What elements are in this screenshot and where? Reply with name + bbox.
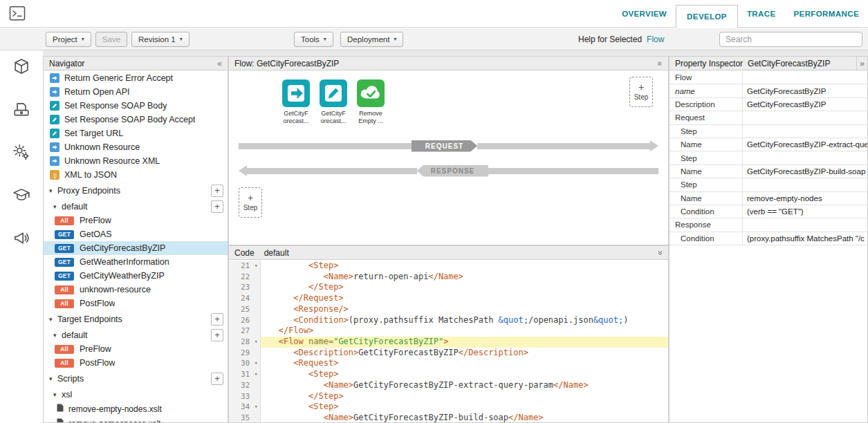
inspector-property-value[interactable]: [743, 111, 867, 124]
triangle-down-icon[interactable]: ▾: [53, 391, 62, 398]
navigator-file-remove-empty-nodes-xslt[interactable]: remove-empty-nodes.xslt: [44, 402, 228, 416]
tab-overview[interactable]: OVERVIEW: [613, 10, 676, 18]
navigator-section-target-endpoints[interactable]: ▾Target Endpoints+: [44, 310, 228, 328]
inspector-property-value[interactable]: GetCityForecastByZIP: [743, 84, 867, 97]
code-text[interactable]: <Request>: [261, 358, 668, 369]
add-button[interactable]: +: [211, 313, 223, 326]
navigator-flow-getcityforecastbyzip[interactable]: GETGetCityForecastByZIP: [44, 241, 228, 255]
add-step-button[interactable]: + Step: [629, 77, 653, 107]
deployment-menu-button[interactable]: Deployment▾: [340, 32, 403, 47]
inspector-property-value[interactable]: (proxy.pathsuffix MatchesPath "/c: [743, 232, 867, 245]
code-text[interactable]: <Flow name="GetCityForecastByZIP">: [261, 337, 668, 348]
code-line-34[interactable]: 34▾ <Step>: [229, 402, 668, 413]
fold-toggle-icon[interactable]: ▾: [255, 261, 258, 272]
tab-performance[interactable]: PERFORMANCE: [785, 10, 868, 18]
triangle-down-icon[interactable]: ▾: [53, 332, 62, 339]
code-line-29[interactable]: 29 <Description>GetCityForecastByZIP</De…: [229, 348, 668, 359]
navigator-policy-xml-to-json[interactable]: {}XML to JSON: [44, 168, 228, 182]
inspector-row-name[interactable]: Nameremove-empty-nodes: [670, 192, 867, 205]
gears-icon[interactable]: [12, 143, 30, 164]
code-line-30[interactable]: 30▾ <Request>: [229, 358, 668, 369]
add-button[interactable]: +: [211, 185, 223, 197]
code-text[interactable]: <Response/>: [261, 304, 668, 315]
code-line-31[interactable]: 31▾ <Step>: [229, 369, 668, 380]
search-input[interactable]: [719, 32, 862, 47]
inspector-row-step[interactable]: Step: [670, 178, 867, 191]
inspector-property-value[interactable]: GetCityForecastByZIP-build-soap: [743, 165, 867, 178]
tools-menu-button[interactable]: Tools▾: [294, 32, 333, 47]
inspector-row-description[interactable]: DescriptionGetCityForecastByZIP: [670, 98, 867, 111]
navigator-group-xsl[interactable]: ▾xsl: [44, 388, 228, 402]
navigator-group-default[interactable]: ▾default+: [44, 200, 228, 214]
navigator-policy-unknown-resource[interactable]: Unknown Resource: [44, 140, 228, 154]
code-text[interactable]: <Step>: [261, 261, 668, 272]
code-line-25[interactable]: 25 <Response/>: [229, 304, 668, 315]
navigator-policy-unknown-resource-xml[interactable]: Unknown Resource XML: [44, 154, 228, 168]
fold-toggle-icon[interactable]: ▾: [255, 369, 258, 380]
inspector-property-value[interactable]: GetCityForecastByZIP-extract-query-param: [743, 138, 867, 151]
collapse-navigator-icon[interactable]: «: [217, 59, 222, 68]
triangle-down-icon[interactable]: ▾: [49, 375, 57, 382]
code-text[interactable]: </Flow>: [261, 326, 668, 337]
fold-toggle-icon[interactable]: ▾: [255, 402, 258, 413]
navigator-flow-preflow[interactable]: AllPreFlow: [44, 214, 228, 227]
code-line-23[interactable]: 23 </Step>: [229, 282, 668, 293]
navigator-flow-getoas[interactable]: GETGetOAS: [44, 227, 228, 241]
code-line-35[interactable]: 35 <Name>GetCityForecastByZIP-build-soap…: [229, 413, 668, 422]
code-line-32[interactable]: 32 <Name>GetCityForecastByZIP-extract-qu…: [229, 380, 668, 391]
expand-code-panel-icon[interactable]: «: [656, 250, 665, 255]
navigator-policy-set-target-url[interactable]: Set Target URL: [44, 126, 228, 140]
navigator-group-default[interactable]: ▾default+: [44, 328, 228, 342]
inspector-row-name[interactable]: nameGetCityForecastByZIP: [670, 84, 867, 97]
code-text[interactable]: <Description>GetCityForecastByZIP</Descr…: [261, 348, 668, 359]
inspector-row-name[interactable]: NameGetCityForecastByZIP-build-soap: [670, 165, 867, 178]
code-text[interactable]: <Step>: [261, 402, 668, 413]
add-step-button[interactable]: + Step: [239, 187, 262, 218]
code-text[interactable]: </Step>: [261, 391, 668, 402]
triangle-down-icon[interactable]: ▾: [53, 203, 62, 210]
code-line-22[interactable]: 22 <Name>return-open-api</Name>: [229, 272, 668, 283]
inspector-row-condition[interactable]: Condition(proxy.pathsuffix MatchesPath "…: [670, 232, 867, 245]
inspector-row-step[interactable]: Step: [670, 125, 867, 138]
collapse-inspector-icon[interactable]: »: [856, 57, 867, 70]
tab-develop[interactable]: DEVELOP: [676, 5, 738, 28]
code-text[interactable]: <Name>GetCityForecastByZIP-extract-query…: [261, 380, 668, 391]
inspector-row-flow[interactable]: Flow: [670, 71, 867, 84]
navigator-policy-return-generic-error-accept[interactable]: Return Generic Error Accept: [44, 71, 228, 85]
add-button[interactable]: +: [211, 329, 223, 341]
navigator-flow-getcityweatherbyzip[interactable]: GETGetCityWeatherByZIP: [44, 269, 228, 283]
navigator-flow-getweatherinformation[interactable]: GETGetWeatherInformation: [44, 255, 228, 269]
inspector-property-value[interactable]: GetCityForecastByZIP: [743, 98, 867, 111]
inspector-property-value[interactable]: [743, 218, 867, 231]
navigator-section-proxy-endpoints[interactable]: ▾Proxy Endpoints+: [44, 182, 228, 200]
flow-step-3[interactable]: Remove Empty ...: [352, 79, 389, 124]
navigator-flow-postflow[interactable]: AllPostFlow: [44, 297, 228, 310]
code-line-33[interactable]: 33 </Step>: [229, 391, 668, 402]
package-icon[interactable]: [12, 57, 30, 78]
help-flow-link[interactable]: Flow: [647, 35, 664, 44]
code-line-28[interactable]: 28▾ <Flow name="GetCityForecastByZIP">: [229, 337, 668, 348]
fold-toggle-icon[interactable]: ▾: [255, 358, 258, 369]
navigator-policy-return-open-api[interactable]: Return Open API: [44, 85, 228, 99]
inspector-row-condition[interactable]: Condition(verb == "GET"): [670, 205, 867, 218]
triangle-down-icon[interactable]: ▾: [49, 316, 57, 323]
fold-toggle-icon[interactable]: ▾: [255, 337, 258, 348]
code-text[interactable]: <Name>GetCityForecastByZIP-build-soap</N…: [261, 413, 668, 422]
inspector-property-value[interactable]: (verb == "GET"): [743, 205, 867, 218]
add-button[interactable]: +: [211, 200, 223, 213]
terminal-icon[interactable]: [9, 6, 26, 24]
navigator-flow-preflow[interactable]: AllPreFlow: [44, 342, 228, 356]
machine-icon[interactable]: [12, 100, 30, 121]
navigator-flow-unknown-resource[interactable]: Allunknown-resource: [44, 283, 228, 297]
navigator-file-remove-namespaces-xslt[interactable]: remove-namespaces.xslt: [44, 416, 228, 422]
inspector-row-step[interactable]: Step: [670, 151, 867, 164]
inspector-property-value[interactable]: [743, 178, 867, 191]
code-line-26[interactable]: 26 <Condition>(proxy.pathsuffix MatchesP…: [229, 315, 668, 326]
graduation-cap-icon[interactable]: [12, 186, 30, 207]
code-text[interactable]: </Step>: [261, 282, 668, 293]
megaphone-icon[interactable]: [12, 229, 30, 250]
navigator-policy-set-response-soap-body[interactable]: Set Response SOAP Body: [44, 99, 228, 113]
code-line-21[interactable]: 21▾ <Step>: [229, 261, 668, 272]
code-text[interactable]: </Request>: [261, 293, 668, 304]
save-button[interactable]: Save: [95, 32, 127, 47]
